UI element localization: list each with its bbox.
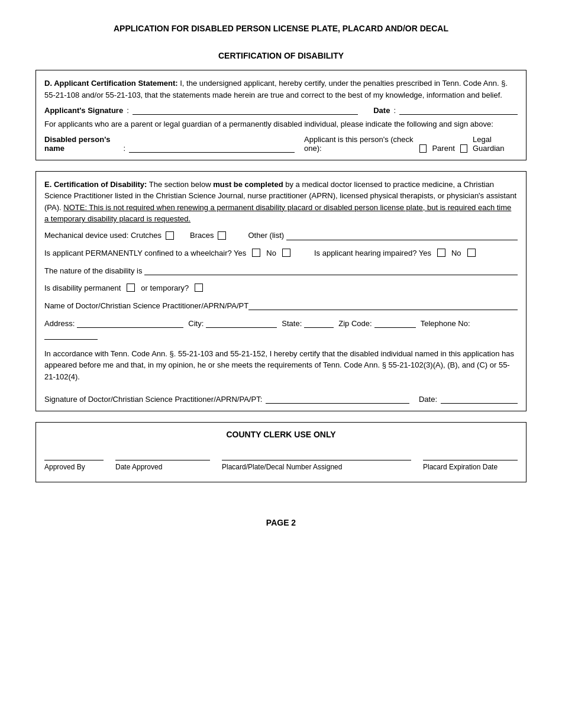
nature-disability-row: The nature of the disability is bbox=[44, 266, 518, 275]
guardian-checkbox[interactable] bbox=[460, 144, 467, 153]
mechanical-device-row: Mechanical device used: Crutches Braces … bbox=[44, 231, 518, 240]
state-label: State: bbox=[282, 319, 302, 328]
section-e-note: NOTE: This is not required when renewing… bbox=[44, 203, 511, 224]
nature-field[interactable] bbox=[144, 266, 518, 275]
nature-label: The nature of the disability is bbox=[44, 266, 142, 275]
placard-number-label: Placard/Plate/Decal Number Assigned bbox=[222, 463, 342, 471]
placard-number-field[interactable] bbox=[222, 451, 411, 460]
expiration-date-field[interactable] bbox=[423, 451, 518, 460]
clerk-fields-row: Approved By Date Approved Placard/Plate/… bbox=[44, 451, 518, 471]
date-label: Date bbox=[373, 106, 390, 115]
zip-label: Zip Code: bbox=[338, 319, 372, 328]
date-approved-field[interactable] bbox=[115, 451, 210, 460]
doctor-name-row: Name of Doctor/Christian Science Practit… bbox=[44, 301, 518, 310]
disabled-person-row: Disabled person's name: Applicant is thi… bbox=[44, 135, 518, 153]
disabled-name-label: Disabled person's name bbox=[44, 135, 119, 153]
other-field[interactable] bbox=[286, 231, 518, 240]
parent-label: Parent bbox=[432, 144, 454, 153]
address-field[interactable] bbox=[77, 318, 183, 328]
guardian-label: Legal Guardian bbox=[473, 135, 518, 153]
applicant-signature-label: Applicant's Signature bbox=[44, 106, 123, 115]
doctor-date-field[interactable] bbox=[441, 394, 518, 404]
county-clerk-title: COUNTY CLERK USE ONLY bbox=[44, 430, 518, 439]
parent-checkbox[interactable] bbox=[419, 144, 427, 153]
hearing-q: Is applicant hearing impaired? Yes bbox=[314, 249, 431, 257]
must-complete: must be completed bbox=[213, 180, 283, 189]
section-d-label: D. Applicant Certification Statement: bbox=[44, 79, 178, 88]
disabled-name-field[interactable] bbox=[129, 143, 295, 153]
doctor-name-label: Name of Doctor/Christian Science Practit… bbox=[44, 301, 248, 310]
wheelchair-no-label: No bbox=[266, 249, 276, 257]
permanent-label: Is disability permanent bbox=[44, 284, 121, 292]
doctor-name-field[interactable] bbox=[248, 301, 518, 310]
mechanical-label: Mechanical device used: Crutches bbox=[44, 231, 162, 240]
expiration-date-label: Placard Expiration Date bbox=[423, 463, 498, 471]
phone-label: Telephone No: bbox=[421, 319, 470, 328]
applicant-signature-field[interactable] bbox=[133, 105, 358, 115]
address-label: Address: bbox=[44, 319, 75, 328]
date-approved-group: Date Approved bbox=[115, 451, 210, 471]
date-approved-label: Date Approved bbox=[115, 463, 162, 471]
doctor-date-label: Date: bbox=[419, 395, 437, 404]
expiration-date-group: Placard Expiration Date bbox=[423, 451, 518, 471]
wheelchair-hearing-row: Is applicant PERMANENTLY confined to a w… bbox=[44, 249, 518, 257]
wheelchair-no-checkbox[interactable] bbox=[282, 249, 290, 257]
permanent-row: Is disability permanent or temporary? bbox=[44, 284, 518, 292]
page-number: PAGE 2 bbox=[35, 518, 527, 527]
hearing-no-checkbox[interactable] bbox=[467, 249, 476, 257]
permanent-checkbox[interactable] bbox=[127, 284, 135, 292]
zip-field[interactable] bbox=[374, 318, 416, 328]
braces-label: Braces bbox=[190, 231, 214, 240]
guardian-text: For applicants who are a parent or legal… bbox=[44, 118, 518, 130]
date-field[interactable] bbox=[399, 105, 518, 115]
phone-field[interactable] bbox=[44, 330, 98, 340]
hearing-no-label: No bbox=[451, 249, 461, 257]
applicant-signature-row: Applicant's Signature: Date: bbox=[44, 105, 518, 115]
section-e-header: E. Certification of Disability: The sect… bbox=[44, 179, 518, 225]
crutches-checkbox[interactable] bbox=[166, 231, 174, 240]
section-d-title: CERTIFICATION OF DISABILITY bbox=[35, 51, 527, 60]
temporary-checkbox[interactable] bbox=[195, 284, 203, 292]
doctor-sig-label: Signature of Doctor/Christian Science Pr… bbox=[44, 395, 262, 404]
city-field[interactable] bbox=[206, 318, 277, 328]
doctor-sig-field[interactable] bbox=[266, 394, 409, 404]
check-label: Applicant is this person's (check one): bbox=[304, 135, 414, 153]
doctor-sig-row: Signature of Doctor/Christian Science Pr… bbox=[44, 394, 518, 404]
approved-by-label: Approved By bbox=[44, 463, 85, 471]
other-label: Other (list) bbox=[248, 231, 284, 240]
braces-checkbox[interactable] bbox=[218, 231, 226, 240]
hearing-yes-checkbox[interactable] bbox=[437, 249, 445, 257]
county-clerk-box: COUNTY CLERK USE ONLY Approved By Date A… bbox=[35, 422, 527, 482]
page-title: APPLICATION FOR DISABLED PERSON LICENSE … bbox=[35, 24, 527, 33]
section-d-box: D. Applicant Certification Statement: I,… bbox=[35, 70, 527, 160]
wheelchair-yes-checkbox[interactable] bbox=[252, 249, 260, 257]
placard-number-group: Placard/Plate/Decal Number Assigned bbox=[222, 451, 411, 471]
section-d-text: D. Applicant Certification Statement: I,… bbox=[44, 78, 518, 101]
wheelchair-q: Is applicant PERMANENTLY confined to a w… bbox=[44, 249, 246, 257]
approved-by-field[interactable] bbox=[44, 451, 104, 460]
address-row: Address: City: State: Zip Code: Telephon… bbox=[44, 318, 518, 340]
section-e-label: E. Certification of Disability: bbox=[44, 180, 147, 189]
temporary-label: or temporary? bbox=[141, 284, 189, 292]
section-e-box: E. Certification of Disability: The sect… bbox=[35, 171, 527, 412]
city-label: City: bbox=[188, 319, 204, 328]
cert-text: In accordance with Tenn. Code Ann. §. 55… bbox=[44, 348, 518, 383]
state-field[interactable] bbox=[304, 318, 334, 328]
approved-by-group: Approved By bbox=[44, 451, 104, 471]
